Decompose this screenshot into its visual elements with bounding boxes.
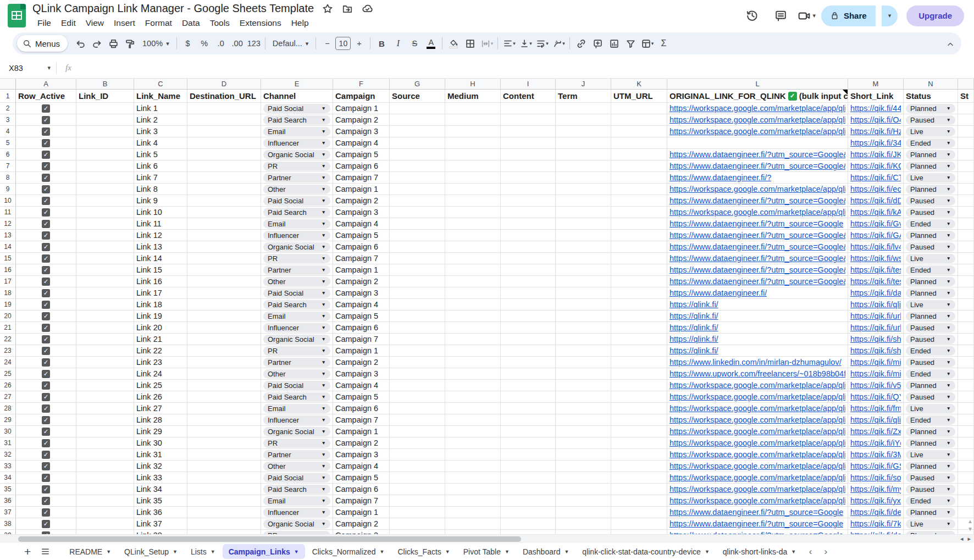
empty-cell[interactable] xyxy=(556,137,611,149)
channel-dropdown[interactable]: Paid Social▼ xyxy=(263,381,330,390)
empty-cell[interactable] xyxy=(187,380,261,391)
empty-cell[interactable] xyxy=(187,126,261,137)
empty-cell[interactable] xyxy=(76,368,134,380)
row-active-checkbox[interactable]: ✓ xyxy=(42,312,50,320)
campaign-cell[interactable]: Campaign 2 xyxy=(333,114,390,126)
row-active-checkbox[interactable]: ✓ xyxy=(42,162,50,170)
original-link[interactable]: https://www.dataengineer.fi/?utm_source=… xyxy=(669,519,843,528)
column-header-C[interactable]: C xyxy=(134,79,187,90)
empty-cell[interactable] xyxy=(556,230,611,241)
empty-cell[interactable] xyxy=(445,426,501,437)
empty-cell[interactable] xyxy=(390,218,445,230)
empty-cell[interactable] xyxy=(611,426,667,437)
channel-dropdown[interactable]: Organic Social▼ xyxy=(263,242,330,252)
short-link[interactable]: https://qik.fi/mirla xyxy=(850,358,901,367)
status-dropdown[interactable]: Live▼ xyxy=(906,519,955,529)
row-number[interactable]: 34 xyxy=(0,472,16,484)
empty-cell[interactable] xyxy=(611,380,667,391)
empty-cell[interactable] xyxy=(390,495,445,507)
empty-cell[interactable] xyxy=(501,299,556,311)
empty-cell[interactable] xyxy=(958,380,974,391)
original-link[interactable]: https://workspace.google.com/marketplace… xyxy=(669,115,845,124)
short-link[interactable]: https://qik.fi/url-s xyxy=(850,323,901,332)
empty-cell[interactable] xyxy=(187,172,261,184)
empty-cell[interactable] xyxy=(445,149,501,160)
empty-cell[interactable] xyxy=(611,530,667,534)
short-link[interactable]: https://qik.fi/soft- xyxy=(850,473,901,482)
empty-cell[interactable] xyxy=(501,195,556,207)
empty-cell[interactable] xyxy=(445,414,501,426)
original-link[interactable]: https://www.upwork.com/freelancers/~018b… xyxy=(669,369,845,378)
empty-cell[interactable] xyxy=(501,380,556,391)
empty-cell[interactable] xyxy=(390,276,445,287)
row-number[interactable]: 7 xyxy=(0,160,16,172)
empty-cell[interactable] xyxy=(76,414,134,426)
row-number[interactable]: 8 xyxy=(0,172,16,184)
empty-cell[interactable] xyxy=(390,311,445,322)
original-link[interactable]: https://qlink.fi/ xyxy=(669,335,718,343)
row-active-checkbox[interactable]: ✓ xyxy=(42,381,50,390)
link-name-cell[interactable]: Link 32 xyxy=(134,461,187,472)
empty-cell[interactable] xyxy=(390,437,445,449)
link-name-cell[interactable]: Link 22 xyxy=(134,345,187,357)
channel-dropdown[interactable]: Paid Social▼ xyxy=(263,473,330,483)
empty-cell[interactable] xyxy=(390,403,445,414)
empty-cell[interactable] xyxy=(390,357,445,368)
empty-cell[interactable] xyxy=(390,287,445,299)
empty-cell[interactable] xyxy=(390,149,445,160)
link-name-cell[interactable]: Link 38 xyxy=(134,530,187,534)
empty-cell[interactable] xyxy=(556,253,611,264)
sheet-tab-qlink-click-stat-data-country-device[interactable]: qlink-click-stat-data-country-device▼ xyxy=(576,544,715,559)
empty-cell[interactable] xyxy=(445,230,501,241)
link-name-cell[interactable]: Link 33 xyxy=(134,472,187,484)
empty-cell[interactable] xyxy=(556,472,611,484)
decrease-decimal-button[interactable]: .0 xyxy=(213,35,229,52)
empty-cell[interactable] xyxy=(501,241,556,253)
empty-cell[interactable] xyxy=(958,126,974,137)
short-link[interactable]: https://qik.fi/GAG xyxy=(850,231,901,240)
empty-cell[interactable] xyxy=(556,437,611,449)
row-active-checkbox[interactable]: ✓ xyxy=(42,220,50,228)
campaign-cell[interactable]: Campaign 3 xyxy=(333,207,390,218)
share-options-caret[interactable]: ▾ xyxy=(881,5,898,26)
empty-cell[interactable] xyxy=(611,230,667,241)
short-link[interactable]: https://qik.fi/data xyxy=(850,289,901,297)
status-dropdown[interactable]: Ended▼ xyxy=(906,138,955,148)
original-link[interactable]: https://workspace.google.com/marketplace… xyxy=(669,485,845,494)
link-name-cell[interactable]: Link 1 xyxy=(134,103,187,114)
campaign-cell[interactable]: Campaign 4 xyxy=(333,461,390,472)
sheet-tab-campaign-links[interactable]: Campaign_Links▼ xyxy=(223,544,305,559)
empty-cell[interactable] xyxy=(445,461,501,472)
status-dropdown[interactable]: Paused▼ xyxy=(906,242,955,252)
empty-cell[interactable] xyxy=(390,241,445,253)
empty-cell[interactable] xyxy=(445,380,501,391)
row-active-checkbox[interactable]: ✓ xyxy=(42,416,50,424)
channel-dropdown[interactable]: Email▼ xyxy=(263,496,330,506)
row-number[interactable]: 32 xyxy=(0,449,16,461)
short-link[interactable]: https://qik.fi/shor xyxy=(850,335,901,343)
row-number[interactable]: 6 xyxy=(0,149,16,160)
original-link[interactable]: https://www.dataengineer.fi/?utm_source=… xyxy=(669,231,845,240)
original-link[interactable]: https://www.dataengineer.fi/?utm_source=… xyxy=(669,254,845,263)
empty-cell[interactable] xyxy=(390,391,445,403)
row-active-checkbox[interactable]: ✓ xyxy=(42,104,50,113)
channel-dropdown[interactable]: Influencer▼ xyxy=(263,231,330,240)
channel-dropdown[interactable]: Partner▼ xyxy=(263,450,330,459)
campaign-cell[interactable]: Campaign 3 xyxy=(333,530,390,534)
campaign-cell[interactable]: Campaign 1 xyxy=(333,345,390,357)
empty-cell[interactable] xyxy=(445,518,501,530)
empty-cell[interactable] xyxy=(187,322,261,334)
channel-dropdown[interactable]: Influencer▼ xyxy=(263,323,330,332)
row-active-checkbox[interactable]: ✓ xyxy=(42,347,50,355)
row-number[interactable]: 12 xyxy=(0,218,16,230)
empty-cell[interactable] xyxy=(76,230,134,241)
original-link[interactable]: https://workspace.google.com/marketplace… xyxy=(669,473,845,482)
status-dropdown[interactable]: Planned▼ xyxy=(906,104,955,113)
row-number[interactable]: 4 xyxy=(0,126,16,137)
empty-cell[interactable] xyxy=(187,484,261,495)
empty-cell[interactable] xyxy=(556,380,611,391)
row-number[interactable]: 35 xyxy=(0,484,16,495)
empty-cell[interactable] xyxy=(445,241,501,253)
empty-cell[interactable] xyxy=(556,287,611,299)
column-header-A[interactable]: A xyxy=(16,79,76,90)
